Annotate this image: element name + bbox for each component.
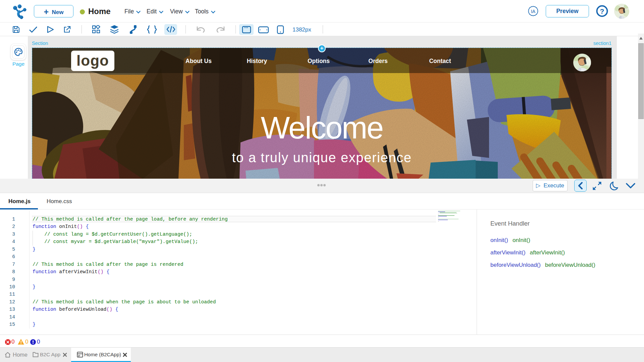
svg-text:IA: IA bbox=[531, 9, 536, 14]
svg-text:?: ? bbox=[600, 7, 604, 15]
